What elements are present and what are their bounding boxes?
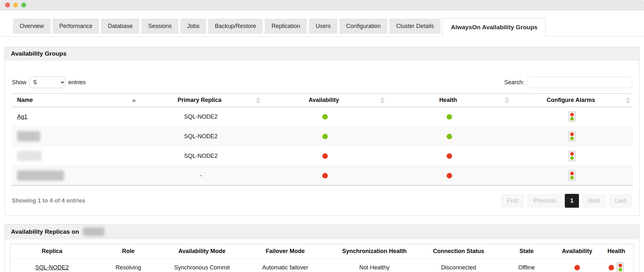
maximize-window-button[interactable] xyxy=(21,3,26,7)
close-window-button[interactable] xyxy=(5,3,10,7)
titlebar xyxy=(0,0,644,10)
tab-database[interactable]: Database xyxy=(101,19,139,34)
availability-groups-panel-header: Availability Groups xyxy=(5,47,639,60)
availability-status-dot xyxy=(322,153,328,159)
tab-configuration[interactable]: Configuration xyxy=(339,19,387,34)
column-header-synchronization-health: Synchronization Health xyxy=(329,244,419,259)
page-length-select[interactable]: 5 xyxy=(29,77,65,88)
health-cell xyxy=(387,107,512,127)
configure-alarms-icon[interactable] xyxy=(569,131,576,141)
sort-both-icon xyxy=(256,97,260,104)
group-name-link[interactable]: Ag1 xyxy=(17,113,27,120)
health-status-dot xyxy=(609,265,614,270)
health-cell xyxy=(599,259,634,272)
column-header-replica: Replica xyxy=(10,244,94,259)
availability-cell xyxy=(263,166,387,186)
group-name-cell xyxy=(11,146,139,166)
configure-alarms-cell xyxy=(512,127,633,146)
availability-groups-panel: Availability Groups Show 5 entries Searc… xyxy=(5,47,639,216)
tab-sessions[interactable]: Sessions xyxy=(141,19,178,34)
pagination-page-1-button[interactable]: 1 xyxy=(565,194,579,208)
column-header-health[interactable]: Health xyxy=(387,94,512,107)
sort-both-icon xyxy=(626,97,630,104)
synchronization-health-cell: Not Healthy xyxy=(329,259,419,272)
configure-alarms-cell xyxy=(512,107,633,127)
group-name-cell xyxy=(11,127,139,146)
availability-replicas-table: Replica Role Availability Mode Failover … xyxy=(10,244,634,272)
primary-replica-cell: SQL-NODE2 xyxy=(139,146,263,166)
entries-label: entries xyxy=(68,79,86,86)
state-cell: Offline xyxy=(498,259,555,272)
table-row: SQL-NODE2 xyxy=(11,127,633,146)
search-input[interactable] xyxy=(527,77,632,88)
pagination: First Previous 1 Next Last xyxy=(501,194,632,208)
column-header-name-label: Name xyxy=(17,97,33,103)
availability-mode-cell: Synchronous Commit xyxy=(163,259,241,272)
group-name-cell xyxy=(11,166,139,186)
column-header-role: Role xyxy=(94,244,163,259)
redacted-group-name xyxy=(17,151,42,161)
tab-performance[interactable]: Performance xyxy=(52,19,99,34)
primary-replica-cell: SQL-NODE2 xyxy=(139,127,263,146)
availability-replicas-title: Availability Replicas on xyxy=(11,228,79,235)
tab-backup-restore[interactable]: Backup/Restore xyxy=(208,19,263,34)
column-header-failover-mode: Failover Mode xyxy=(241,244,329,259)
configure-alarms-icon[interactable] xyxy=(617,262,624,272)
table-controls: Show 5 entries Search: xyxy=(11,60,633,93)
configure-alarms-icon[interactable] xyxy=(569,170,576,181)
availability-cell xyxy=(263,127,387,146)
column-header-health-label: Health xyxy=(439,97,457,103)
failover-mode-cell: Automatic failover xyxy=(241,259,329,272)
health-status-dot xyxy=(447,114,452,120)
replica-name-link[interactable]: SQL-NODE2 xyxy=(35,264,69,271)
tab-bar: Overview Performance Database Sessions J… xyxy=(0,17,644,37)
column-header-availability-mode: Availability Mode xyxy=(163,244,241,259)
health-cell xyxy=(387,166,512,186)
pagination-previous-button[interactable]: Previous xyxy=(527,194,562,208)
tab-overview[interactable]: Overview xyxy=(13,19,51,34)
availability-status-dot xyxy=(322,114,328,120)
column-header-primary-replica[interactable]: Primary Replica xyxy=(139,94,263,107)
column-header-health: Health xyxy=(599,244,634,259)
column-header-state: State xyxy=(498,244,555,259)
configure-alarms-icon[interactable] xyxy=(569,151,576,161)
group-name-cell: Ag1 xyxy=(11,107,139,127)
replicas-header-row: Replica Role Availability Mode Failover … xyxy=(10,244,634,259)
sort-asc-icon xyxy=(132,99,136,102)
availability-status-dot xyxy=(322,173,328,178)
minimize-window-button[interactable] xyxy=(13,3,18,7)
table-row: SQL-NODE2 xyxy=(11,146,633,166)
tab-replication[interactable]: Replication xyxy=(265,19,307,34)
configure-alarms-icon[interactable] xyxy=(569,112,576,122)
availability-cell xyxy=(555,259,599,272)
column-header-primary-replica-label: Primary Replica xyxy=(178,97,222,103)
tab-jobs[interactable]: Jobs xyxy=(180,19,206,34)
column-header-configure-alarms[interactable]: Configure Alarms xyxy=(512,94,633,107)
sort-both-icon xyxy=(380,97,385,104)
primary-replica-cell: SQL-NODE2 xyxy=(139,107,263,127)
pagination-last-button[interactable]: Last xyxy=(609,194,632,208)
search-label: Search: xyxy=(504,79,524,86)
replica-name-cell: SQL-NODE2 xyxy=(10,259,94,272)
table-row: - xyxy=(11,166,633,186)
column-header-connection-status: Connection Status xyxy=(419,244,498,259)
tab-cluster-details[interactable]: Cluster Details xyxy=(389,19,440,34)
tab-alwayson-availability-groups[interactable]: AlwaysOn Availability Groups xyxy=(442,18,546,37)
primary-replica-cell: - xyxy=(139,166,263,186)
health-cell xyxy=(387,146,512,166)
column-header-availability[interactable]: Availability xyxy=(263,94,387,107)
table-footer: Showing 1 to 4 of 4 entries First Previo… xyxy=(11,186,633,212)
availability-replicas-panel-header: Availability Replicas on xyxy=(5,224,639,239)
table-row: Ag1 SQL-NODE2 xyxy=(11,107,633,127)
pagination-first-button[interactable]: First xyxy=(501,194,524,208)
redacted-server-name xyxy=(83,227,104,236)
availability-status-dot xyxy=(574,265,580,270)
column-header-availability: Availability xyxy=(555,244,599,259)
tab-users[interactable]: Users xyxy=(309,19,337,34)
pagination-next-button[interactable]: Next xyxy=(582,194,606,208)
availability-groups-table: Name Primary Replica Availability H xyxy=(11,93,633,186)
connection-status-cell: Disconnected xyxy=(419,259,498,272)
availability-cell xyxy=(263,146,387,166)
sort-both-icon xyxy=(505,97,509,104)
column-header-name[interactable]: Name xyxy=(11,94,139,107)
